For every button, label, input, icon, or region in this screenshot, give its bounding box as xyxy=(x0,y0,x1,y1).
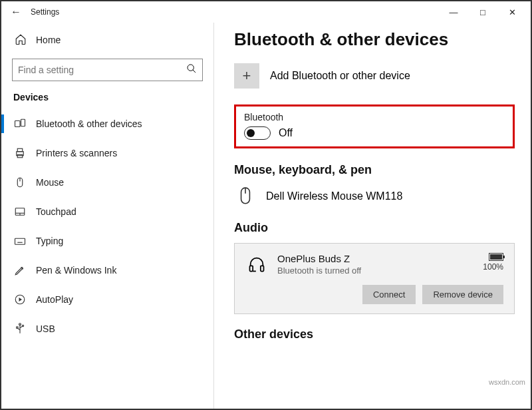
remove-device-button[interactable]: Remove device xyxy=(422,285,503,304)
nav-item-label: AutoPlay xyxy=(36,294,73,305)
page-title: Bluetooth & other devices xyxy=(234,29,515,50)
nav-item-label: Bluetooth & other devices xyxy=(36,118,142,129)
content-pane: Bluetooth & other devices + Add Bluetoot… xyxy=(214,23,531,409)
add-device-button[interactable]: + Add Bluetooth or other device xyxy=(234,63,515,89)
mouse-device-row[interactable]: Dell Wireless Mouse WM118 xyxy=(234,185,515,208)
connect-button[interactable]: Connect xyxy=(362,285,416,304)
section-other-title: Other devices xyxy=(234,327,515,341)
search-icon xyxy=(186,63,197,77)
section-devices-label: Devices xyxy=(1,89,213,109)
nav-item-label: Touchpad xyxy=(36,206,76,217)
keyboard-icon xyxy=(13,234,27,248)
svg-rect-27 xyxy=(261,266,264,271)
svg-point-0 xyxy=(188,65,194,71)
bluetooth-label: Bluetooth xyxy=(244,112,505,122)
svg-rect-3 xyxy=(21,119,25,126)
nav-typing[interactable]: Typing xyxy=(1,226,213,256)
nav-bluetooth[interactable]: Bluetooth & other devices xyxy=(1,109,213,138)
printer-icon xyxy=(13,146,27,160)
nav-item-label: Mouse xyxy=(36,177,64,188)
nav-printers[interactable]: Printers & scanners xyxy=(1,138,213,168)
home-label: Home xyxy=(36,35,61,45)
battery-icon xyxy=(489,253,503,261)
close-button[interactable]: ✕ xyxy=(497,2,527,22)
nav-pen[interactable]: Pen & Windows Ink xyxy=(1,256,213,285)
nav-autoplay[interactable]: AutoPlay xyxy=(1,285,213,314)
svg-rect-22 xyxy=(17,327,18,328)
sidebar: Home Devices Bluetooth & other devices xyxy=(1,23,214,409)
nav-item-label: Pen & Windows Ink xyxy=(36,265,116,276)
nav-item-label: Printers & scanners xyxy=(36,148,117,158)
battery-indicator: 100% xyxy=(483,253,503,272)
pen-icon xyxy=(13,264,27,277)
nav-list: Bluetooth & other devices Printers & sca… xyxy=(1,109,213,409)
back-button[interactable]: ← xyxy=(5,6,27,18)
battery-percent: 100% xyxy=(483,262,503,272)
nav-item-label: USB xyxy=(36,323,55,334)
svg-point-23 xyxy=(22,325,23,326)
search-box[interactable] xyxy=(12,59,203,81)
svg-rect-2 xyxy=(15,121,21,127)
headphones-icon xyxy=(245,253,268,276)
svg-marker-19 xyxy=(19,298,23,302)
maximize-button[interactable]: □ xyxy=(468,2,497,22)
svg-rect-6 xyxy=(17,154,23,158)
mouse-device-name: Dell Wireless Mouse WM118 xyxy=(266,190,402,202)
plus-icon: + xyxy=(234,63,259,89)
section-mouse-title: Mouse, keyboard, & pen xyxy=(234,163,515,177)
minimize-button[interactable]: — xyxy=(439,2,468,22)
nav-touchpad[interactable]: Touchpad xyxy=(1,197,213,226)
window-title: Settings xyxy=(31,7,439,17)
usb-icon xyxy=(13,322,27,335)
titlebar: ← Settings — □ ✕ xyxy=(1,1,531,23)
mouse-device-icon xyxy=(234,185,257,208)
section-audio-title: Audio xyxy=(234,221,515,235)
add-device-label: Add Bluetooth or other device xyxy=(270,70,410,82)
svg-rect-12 xyxy=(15,238,25,244)
nav-usb[interactable]: USB xyxy=(1,314,213,343)
svg-line-1 xyxy=(193,70,196,73)
autoplay-icon xyxy=(13,293,27,306)
audio-device-status: Bluetooth is turned off xyxy=(277,266,473,276)
devices-icon xyxy=(13,117,27,130)
svg-rect-26 xyxy=(250,266,253,271)
search-input[interactable] xyxy=(18,65,186,75)
svg-rect-5 xyxy=(17,148,23,152)
home-icon xyxy=(15,33,27,47)
bluetooth-toggle[interactable] xyxy=(244,126,271,140)
mouse-icon xyxy=(13,176,27,189)
touchpad-icon xyxy=(13,205,27,218)
audio-device-name: OnePlus Buds Z xyxy=(277,253,473,264)
audio-device-card[interactable]: OnePlus Buds Z Bluetooth is turned off 1… xyxy=(234,243,515,314)
bluetooth-section: Bluetooth Off xyxy=(234,104,515,148)
nav-mouse[interactable]: Mouse xyxy=(1,168,213,197)
nav-item-label: Typing xyxy=(36,236,63,246)
watermark: wsxdn.com xyxy=(489,378,525,386)
home-link[interactable]: Home xyxy=(1,27,213,53)
bluetooth-state: Off xyxy=(279,127,293,139)
